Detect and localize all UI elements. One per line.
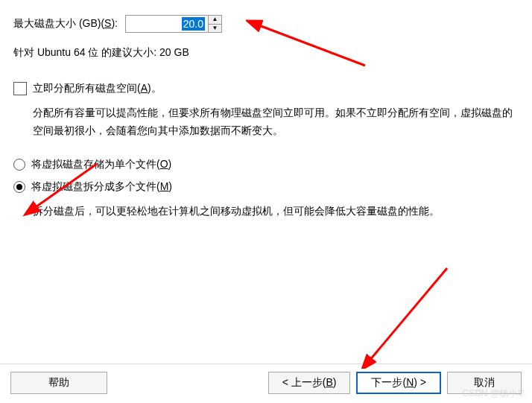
checkbox-icon: [13, 82, 27, 95]
back-button[interactable]: < 上一步(B): [268, 372, 351, 394]
split-multiple-files-label: 将虚拟磁盘拆分成多个文件(M): [31, 180, 172, 194]
svg-line-2: [369, 268, 447, 361]
allocate-now-checkbox[interactable]: 立即分配所有磁盘空间(A)。: [13, 82, 519, 95]
annotation-arrow-icon: [358, 264, 455, 369]
radio-icon: [13, 159, 25, 171]
disk-size-label: 最大磁盘大小 (GB)(S):: [13, 17, 118, 31]
split-files-description: 拆分磁盘后，可以更轻松地在计算机之间移动虚拟机，但可能会降低大容量磁盘的性能。: [33, 203, 519, 220]
allocate-now-description: 分配所有容量可以提高性能，但要求所有物理磁盘空间立即可用。如果不立即分配所有空间…: [33, 104, 519, 140]
spinner-up-button[interactable]: ▲: [209, 16, 221, 25]
store-single-file-radio[interactable]: 将虚拟磁盘存储为单个文件(O): [13, 158, 519, 171]
spinner-down-button[interactable]: ▼: [209, 25, 221, 33]
help-button[interactable]: 帮助: [10, 372, 107, 394]
watermark-text: CSDN @杨小羊: [462, 387, 526, 400]
recommended-size-text: 针对 Ubuntu 64 位 的建议大小: 20 GB: [13, 46, 519, 60]
button-bar: 帮助 < 上一步(B) 下一步(N) > 取消: [0, 364, 532, 397]
next-button[interactable]: 下一步(N) >: [356, 372, 441, 394]
allocate-now-label: 立即分配所有磁盘空间(A)。: [33, 82, 162, 95]
disk-size-input[interactable]: 20.0: [126, 16, 208, 32]
store-single-file-label: 将虚拟磁盘存储为单个文件(O): [31, 158, 171, 171]
radio-icon: [13, 181, 25, 193]
disk-size-spinner[interactable]: 20.0 ▲ ▼: [125, 15, 222, 33]
split-multiple-files-radio[interactable]: 将虚拟磁盘拆分成多个文件(M): [13, 180, 519, 194]
